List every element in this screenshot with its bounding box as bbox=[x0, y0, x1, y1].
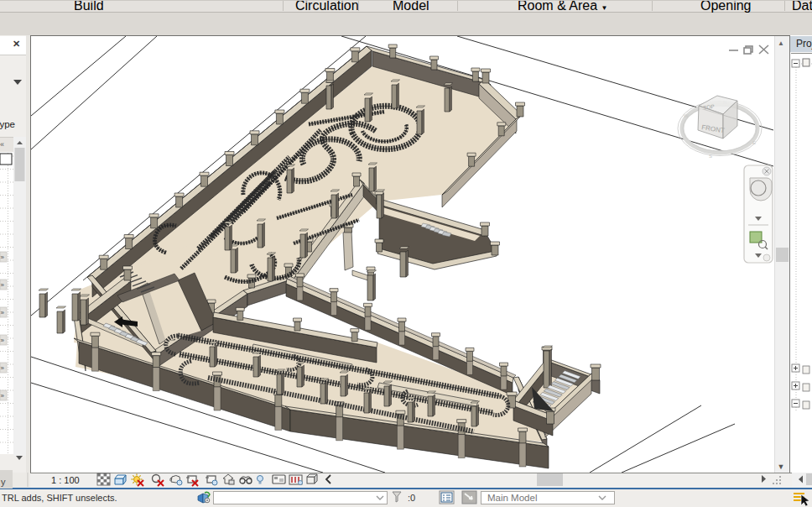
svg-text:y: y bbox=[1, 477, 6, 487]
svg-text:»: » bbox=[1, 281, 5, 289]
svg-text:»: » bbox=[1, 309, 5, 316]
svg-text:»: » bbox=[1, 337, 5, 344]
svg-text:»: » bbox=[1, 254, 5, 261]
svg-text:»: » bbox=[1, 392, 5, 400]
svg-text:»: » bbox=[1, 364, 5, 372]
